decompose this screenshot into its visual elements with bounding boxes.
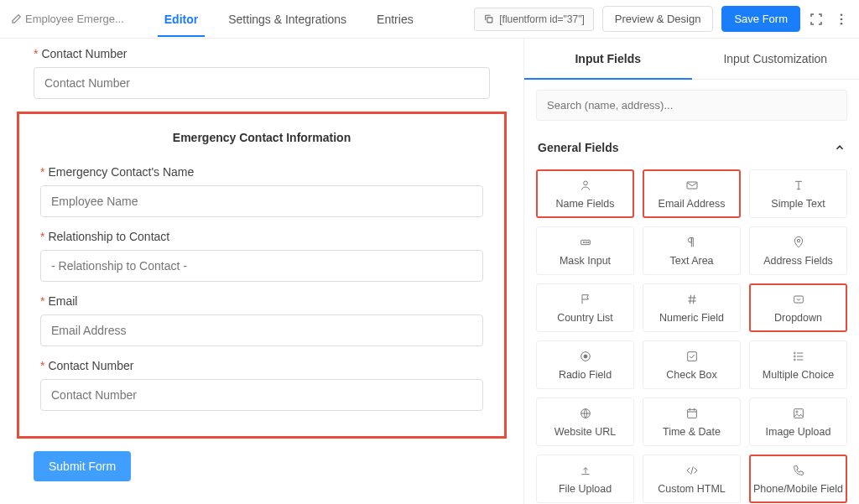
field-tile-country-list[interactable]: Country List (536, 283, 634, 332)
field-tile-label: Mask Input (560, 255, 611, 267)
field-tile-label: Country List (557, 312, 613, 324)
shortcode-text: [fluentform id="37"] (499, 13, 585, 25)
field-tile-text-area[interactable]: Text Area (643, 226, 741, 275)
svg-point-4 (583, 181, 587, 185)
field-relationship[interactable]: *Relationship to Contact (23, 230, 500, 282)
field-tile-label: Simple Text (771, 198, 825, 210)
field-label: *Contact Number (40, 359, 483, 372)
field-tile-radio-field[interactable]: Radio Field (536, 340, 634, 389)
contact-number-input[interactable] (34, 67, 490, 99)
field-tile-label: Text Area (669, 255, 713, 267)
phone-icon (792, 464, 805, 480)
hash-icon (685, 293, 699, 309)
svg-point-1 (841, 13, 843, 16)
field-tile-custom-html[interactable]: Custom HTML (643, 455, 741, 503)
save-button[interactable]: Save Form (721, 6, 800, 32)
email-input[interactable] (40, 314, 483, 346)
field-tile-label: Check Box (666, 369, 716, 381)
field-tile-label: Name Fields (555, 198, 614, 210)
svg-point-10 (797, 239, 799, 242)
more-icon[interactable] (834, 12, 849, 27)
svg-point-21 (796, 411, 798, 413)
relationship-select[interactable] (40, 250, 483, 282)
drop-icon (792, 293, 805, 309)
copy-icon (483, 13, 494, 24)
field-tile-check-box[interactable]: Check Box (643, 340, 741, 389)
field-tile-label: Address Fields (763, 255, 833, 267)
svg-rect-19 (687, 409, 696, 418)
mask-icon (579, 236, 592, 252)
field-tile-email-address[interactable]: Email Address (643, 169, 741, 218)
svg-rect-0 (487, 18, 492, 23)
field-tile-label: Custom HTML (658, 483, 726, 495)
field-tile-address-fields[interactable]: Address Fields (749, 226, 847, 275)
field-contact-number[interactable]: *Contact Number (17, 47, 507, 99)
field-email[interactable]: *Email (23, 294, 500, 346)
edit-icon (10, 13, 22, 25)
search-input[interactable] (536, 90, 847, 121)
tab-settings[interactable]: Settings & Integrations (213, 2, 362, 37)
field-label: *Email (40, 294, 483, 308)
field-tile-name-fields[interactable]: Name Fields (536, 169, 634, 218)
field-tile-label: Numeric Field (659, 312, 724, 324)
sidebar-tabs: Input Fields Input Customization (524, 39, 859, 80)
emergency-name-input[interactable] (40, 185, 483, 217)
code-icon (685, 464, 699, 480)
field-tile-label: Time & Date (663, 426, 721, 438)
cal-icon (685, 407, 699, 423)
breadcrumb[interactable]: Employee Emerge... (10, 13, 124, 25)
fullscreen-icon[interactable] (809, 12, 824, 27)
file-icon (579, 464, 592, 480)
field-tile-label: File Upload (559, 483, 612, 495)
chevron-up-icon (834, 142, 846, 153)
pin-icon (792, 236, 805, 252)
accordion-title: General Fields (538, 141, 618, 154)
submit-button[interactable]: Submit Form (34, 451, 131, 481)
url-icon (579, 407, 592, 423)
svg-point-13 (584, 355, 587, 358)
section-emergency-contact[interactable]: Emergency Contact Information *Emergency… (17, 112, 507, 439)
field-tile-file-upload[interactable]: File Upload (536, 455, 634, 503)
sidebar: Input Fields Input Customization General… (523, 39, 859, 504)
svg-point-15 (794, 352, 795, 354)
field-label: *Relationship to Contact (40, 230, 483, 243)
tab-input-customization[interactable]: Input Customization (692, 39, 860, 79)
field-tile-website-url[interactable]: Website URL (536, 397, 634, 446)
field-tile-label: Phone/Mobile Field (753, 483, 843, 495)
field-emergency-name[interactable]: *Emergency Contact's Name (23, 165, 500, 217)
radio-icon (579, 350, 592, 366)
field-contact-number-2[interactable]: *Contact Number (23, 359, 500, 411)
tab-entries[interactable]: Entries (362, 2, 429, 37)
contact-number-input-2[interactable] (40, 379, 483, 411)
field-tile-time-date[interactable]: Time & Date (643, 397, 741, 446)
field-tile-dropdown[interactable]: Dropdown (749, 283, 847, 332)
field-tile-label: Multiple Choice (763, 369, 834, 381)
para-icon (685, 236, 699, 252)
tab-editor[interactable]: Editor (149, 2, 213, 37)
field-tile-image-upload[interactable]: Image Upload (749, 397, 847, 446)
img-icon (792, 407, 805, 423)
field-tile-label: Radio Field (559, 369, 612, 381)
shortcode-box[interactable]: [fluentform id="37"] (474, 8, 594, 31)
svg-point-2 (841, 18, 843, 20)
field-tile-label: Image Upload (766, 426, 831, 438)
field-tile-phone-mobile-field[interactable]: Phone/Mobile Field (749, 455, 847, 503)
check-icon (685, 350, 699, 366)
field-tile-multiple-choice[interactable]: Multiple Choice (749, 340, 847, 389)
field-tile-numeric-field[interactable]: Numeric Field (643, 283, 741, 332)
accordion-general-fields[interactable]: General Fields (524, 131, 859, 164)
tab-input-fields[interactable]: Input Fields (524, 39, 692, 79)
field-tile-label: Website URL (554, 426, 616, 438)
field-label: *Emergency Contact's Name (40, 165, 483, 179)
svg-point-17 (794, 359, 795, 361)
svg-point-9 (587, 242, 588, 242)
editor-panel: *Contact Number Emergency Contact Inform… (0, 39, 523, 504)
list-icon (792, 350, 805, 366)
field-tile-simple-text[interactable]: Simple Text (749, 169, 847, 218)
section-title: Emergency Contact Information (23, 131, 500, 144)
svg-point-7 (583, 242, 584, 242)
field-label: *Contact Number (34, 47, 490, 60)
field-tile-mask-input[interactable]: Mask Input (536, 226, 634, 275)
svg-rect-14 (687, 351, 696, 361)
preview-button[interactable]: Preview & Design (602, 6, 714, 32)
